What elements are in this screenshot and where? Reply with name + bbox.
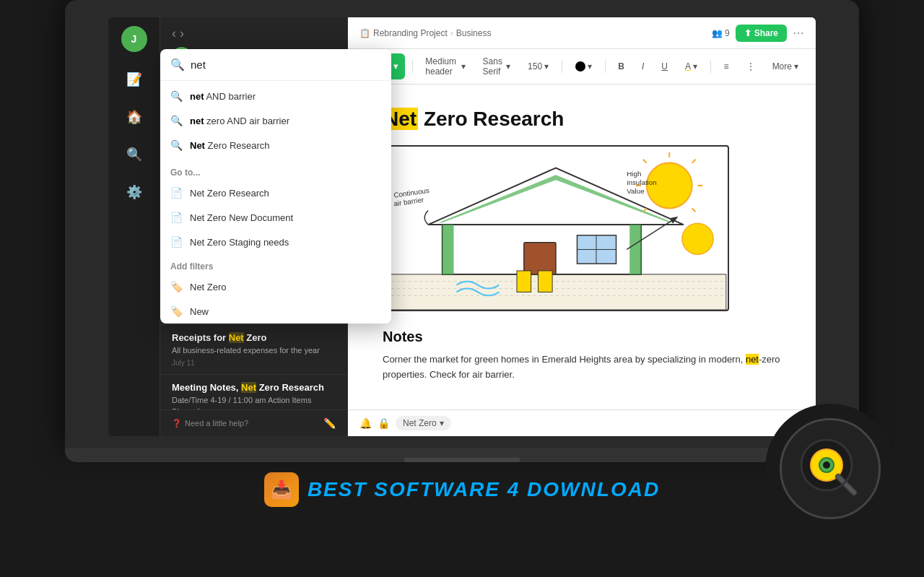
- back-button[interactable]: ‹ ›: [172, 26, 184, 41]
- main-toolbar: 📋 Rebranding Project › Business 👥 9 ⬆ Sh…: [348, 17, 816, 49]
- underline-button[interactable]: U: [655, 59, 674, 74]
- search-suggestion-icon: 🔍: [170, 139, 183, 151]
- banner-text: BEST SOFTWARE 4 DOWNLOAD: [308, 478, 660, 501]
- goto-text: Net Zero Staging needs: [190, 237, 289, 248]
- color-swatch: [575, 61, 585, 71]
- sidebar-nav-search[interactable]: 🔍: [118, 139, 150, 170]
- italic-button[interactable]: I: [636, 59, 650, 74]
- doc-illustration: Continuous air barrier High insulation V…: [383, 145, 729, 311]
- watermark-icon: [798, 436, 863, 501]
- svg-point-26: [682, 223, 713, 254]
- compose-icon[interactable]: ✏️: [323, 417, 336, 429]
- suggestion-text: net AND barrier: [190, 91, 256, 102]
- banner-icon: 📥: [264, 472, 299, 507]
- header-style-selector[interactable]: Medium header ▾: [419, 54, 471, 79]
- svg-line-20: [692, 160, 696, 163]
- doc-content: Net Zero Research: [348, 84, 816, 409]
- svg-text:High: High: [627, 170, 641, 178]
- goto-text: Net Zero Research: [190, 188, 269, 199]
- text-highlight: net: [746, 354, 759, 365]
- avatar[interactable]: J: [121, 26, 147, 52]
- doc-icon: 📄: [170, 236, 183, 248]
- svg-rect-3: [385, 274, 726, 310]
- tag-icon: 🏷️: [170, 305, 183, 317]
- sidebar-nav-settings[interactable]: ⚙️: [118, 176, 150, 208]
- list-item[interactable]: Receipts for Net Zero All business-relat…: [160, 325, 347, 375]
- main-content: 📋 Rebranding Project › Business 👥 9 ⬆ Sh…: [348, 17, 816, 436]
- filters-label: Add filters: [160, 254, 391, 274]
- chevron-down-icon: ▾: [440, 418, 444, 428]
- doc-icon: 📄: [170, 187, 183, 199]
- breadcrumb: 📋 Rebranding Project › Business: [359, 28, 706, 38]
- svg-text:insulation: insulation: [627, 178, 656, 186]
- laptop-frame: J 📝 🏠 🔍 ⚙️ ‹ › J Jamie Gold ▼: [65, 0, 859, 462]
- sidebar-nav-home[interactable]: 🏠: [118, 101, 150, 133]
- bold-button[interactable]: B: [612, 59, 630, 74]
- tag-badge[interactable]: Net Zero ▾: [396, 416, 451, 430]
- note-preview: All business-related expenses for the ye…: [172, 345, 336, 356]
- suggestion-item[interactable]: 🔍 Net Zero Research: [160, 133, 391, 157]
- filter-item[interactable]: 🏷️ Net Zero: [160, 274, 391, 299]
- lock-icon[interactable]: 🔒: [378, 417, 390, 429]
- suggestion-item[interactable]: 🔍 net AND barrier: [160, 84, 391, 108]
- color-button[interactable]: ▾: [570, 59, 598, 74]
- note-time: July 11: [172, 359, 195, 367]
- svg-rect-17: [538, 271, 552, 292]
- filter-text: Net Zero: [190, 282, 227, 292]
- laptop-screen: J 📝 🏠 🔍 ⚙️ ‹ › J Jamie Gold ▼: [108, 17, 816, 436]
- collaborator-count: 👥 9: [712, 28, 730, 38]
- breadcrumb-project[interactable]: Rebranding Project: [373, 28, 448, 38]
- goto-item[interactable]: 📄 Net Zero Research: [160, 181, 391, 205]
- svg-line-22: [692, 208, 696, 212]
- font-selector[interactable]: Sans Serif ▾: [477, 54, 517, 79]
- svg-rect-16: [517, 271, 531, 292]
- svg-rect-11: [629, 225, 641, 274]
- notes-body-text: Corner the market for green homes in Eme…: [383, 352, 781, 383]
- notes-panel-header: ‹ ›: [160, 17, 347, 44]
- tag-icon: 🏷️: [170, 281, 183, 292]
- breadcrumb-section[interactable]: Business: [456, 28, 492, 38]
- goto-label: Go to...: [160, 160, 391, 181]
- sidebar-nav-notes[interactable]: 📝: [118, 64, 150, 95]
- suggestion-item[interactable]: 🔍 net zero AND air barrier: [160, 108, 391, 133]
- bell-icon[interactable]: 🔔: [359, 417, 372, 429]
- doc-footer: 🔔 🔒 Net Zero ▾: [348, 409, 816, 436]
- search-suggestions: 🔍 net AND barrier 🔍 net zero AND air bar…: [160, 81, 391, 160]
- chevron-down-icon: ▾: [393, 61, 398, 71]
- help-text[interactable]: ❓ Need a little help?: [172, 419, 248, 428]
- note-preview: Date/Time 4-19 / 11:00 am Action Items P…: [172, 395, 336, 409]
- list-item[interactable]: Meeting Notes, Net Zero Research Date/Ti…: [160, 375, 347, 409]
- screen-bezel: J 📝 🏠 🔍 ⚙️ ‹ › J Jamie Gold ▼: [65, 0, 859, 448]
- divider: [605, 60, 606, 73]
- search-icon: 🔍: [170, 58, 185, 71]
- share-button[interactable]: ⬆ Share: [736, 25, 787, 42]
- filter-item[interactable]: 🏷️ New: [160, 299, 391, 324]
- suggestion-text: Net Zero Research: [190, 140, 270, 151]
- text-highlight-button[interactable]: A ▾: [679, 59, 703, 74]
- goto-item[interactable]: 📄 Net Zero New Document: [160, 205, 391, 230]
- breadcrumb-icon: 📋: [359, 28, 370, 38]
- more-options-icon[interactable]: ⋯: [793, 26, 804, 40]
- goto-text: Net Zero New Document: [190, 212, 293, 223]
- note-title: Receipts for Net Zero: [172, 332, 336, 343]
- numbered-list-button[interactable]: ⋮: [741, 59, 761, 74]
- doc-title: Net Zero Research: [383, 108, 781, 131]
- format-toolbar: + Insert ▾ Medium header ▾ Sans Serif ▾ …: [348, 49, 816, 84]
- goto-item[interactable]: 📄 Net Zero Staging needs: [160, 230, 391, 254]
- divider: [412, 60, 413, 73]
- search-suggestion-icon: 🔍: [170, 115, 183, 126]
- more-format-button[interactable]: More ▾: [767, 59, 804, 74]
- bullet-list-button[interactable]: ≡: [718, 59, 735, 74]
- note-title: Meeting Notes, Net Zero Research: [172, 382, 336, 393]
- svg-text:Value: Value: [627, 187, 645, 195]
- watermark: [765, 404, 895, 534]
- help-icon: ❓: [172, 419, 182, 428]
- share-icon: ⬆: [744, 28, 751, 38]
- divider: [562, 60, 562, 73]
- filter-text: New: [190, 306, 209, 317]
- size-selector[interactable]: 150 ▾: [522, 59, 554, 74]
- title-text: Zero Research: [424, 108, 565, 130]
- svg-point-36: [823, 461, 830, 469]
- search-input[interactable]: [191, 58, 381, 71]
- toolbar-right: 👥 9 ⬆ Share ⋯: [712, 25, 804, 42]
